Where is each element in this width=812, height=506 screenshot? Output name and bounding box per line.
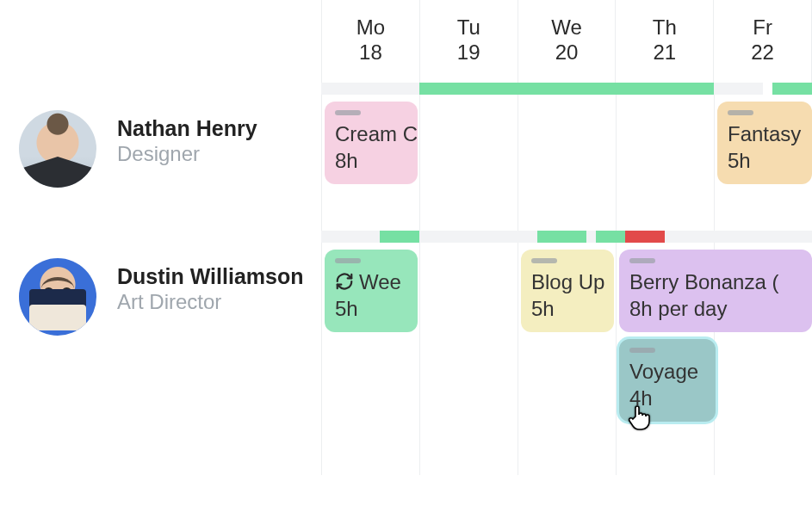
- day-number: 21: [616, 40, 713, 65]
- task-card-berry[interactable]: Berry Bonanza ( 8h per day: [619, 250, 812, 332]
- day-number: 18: [322, 40, 419, 65]
- row-sidebar[interactable]: Nathan Henry Designer: [0, 86, 321, 234]
- task-card-voyage[interactable]: Voyage 4h: [619, 339, 716, 422]
- task-title: Blog Up: [531, 268, 604, 295]
- day-column-mo[interactable]: Mo 18: [321, 0, 419, 86]
- calendar-header: Mo 18 Tu 19 We 20 Th 21 Fr 22: [0, 0, 812, 86]
- task-title: Voyage: [629, 358, 705, 385]
- cell[interactable]: [419, 234, 518, 475]
- day-abbr: Mo: [322, 15, 419, 40]
- day-column-fr[interactable]: Fr 22: [713, 0, 812, 86]
- task-card-wee[interactable]: Wee 5h: [325, 250, 418, 332]
- day-abbr: Tu: [420, 15, 518, 40]
- task-hours: 5h: [728, 147, 802, 174]
- day-number: 19: [420, 40, 518, 65]
- person-role: Art Director: [117, 290, 303, 314]
- task-card-cream[interactable]: Cream C 8h: [325, 102, 418, 184]
- task-title: Fantasy: [728, 120, 802, 147]
- task-hours: 5h: [335, 295, 407, 322]
- day-column-th[interactable]: Th 21: [615, 0, 713, 86]
- cell[interactable]: [616, 86, 714, 234]
- avatar[interactable]: [19, 110, 96, 188]
- drag-handle-icon[interactable]: [629, 258, 655, 263]
- resource-schedule: Mo 18 Tu 19 We 20 Th 21 Fr 22: [0, 0, 812, 506]
- day-abbr: We: [518, 15, 616, 40]
- cell[interactable]: [419, 86, 518, 234]
- row-grid[interactable]: Wee 5h Blog Up 5h Berry Bonanza ( 8h per…: [321, 234, 812, 475]
- task-hours: 8h per day: [629, 295, 802, 322]
- drag-handle-icon[interactable]: [335, 110, 361, 115]
- task-hours: 5h: [531, 295, 604, 322]
- person-role: Designer: [117, 142, 257, 166]
- glasses-icon: [43, 287, 72, 298]
- recurring-icon: [335, 272, 354, 291]
- task-card-fantasy[interactable]: Fantasy 5h: [717, 102, 812, 184]
- task-card-blog[interactable]: Blog Up 5h: [521, 250, 614, 332]
- day-column-we[interactable]: We 20: [518, 0, 616, 86]
- person-name: Nathan Henry: [117, 115, 257, 142]
- capacity-bar: [321, 231, 812, 243]
- task-title: Cream C: [335, 120, 407, 147]
- drag-handle-icon[interactable]: [629, 348, 655, 353]
- drag-handle-icon[interactable]: [531, 258, 557, 263]
- person-info: Dustin Williamson Art Director: [117, 258, 303, 314]
- drag-handle-icon[interactable]: [728, 110, 753, 115]
- row-grid[interactable]: Cream C 8h Fantasy 5h: [321, 86, 812, 234]
- task-title: Berry Bonanza (: [629, 268, 802, 295]
- resource-row-dustin: Dustin Williamson Art Director: [0, 234, 812, 475]
- person-info: Nathan Henry Designer: [117, 110, 257, 166]
- row-sidebar[interactable]: Dustin Williamson Art Director: [0, 234, 321, 475]
- header-spacer: [0, 0, 321, 86]
- task-hours: 8h: [335, 147, 407, 174]
- day-number: 20: [518, 40, 616, 65]
- resource-row-nathan: Nathan Henry Designer Cream C 8h: [0, 86, 812, 234]
- drag-handle-icon[interactable]: [335, 258, 361, 263]
- day-abbr: Th: [616, 15, 713, 40]
- avatar[interactable]: [19, 258, 96, 336]
- cell[interactable]: [518, 86, 616, 234]
- header-days: Mo 18 Tu 19 We 20 Th 21 Fr 22: [321, 0, 812, 86]
- day-number: 22: [714, 40, 811, 65]
- task-hours: 4h: [629, 385, 705, 411]
- capacity-bar: [321, 83, 812, 95]
- person-name: Dustin Williamson: [117, 263, 303, 290]
- day-column-tu[interactable]: Tu 19: [419, 0, 518, 86]
- day-abbr: Fr: [714, 15, 811, 40]
- task-title: Wee: [335, 268, 407, 295]
